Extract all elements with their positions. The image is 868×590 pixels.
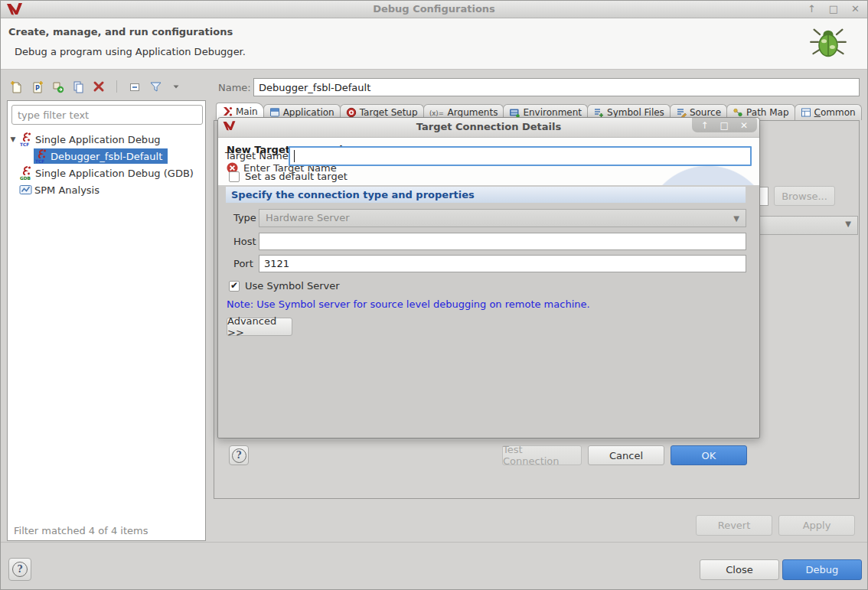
target-connection-details-dialog: Target Connection Details ↑□✕ New Target… <box>217 117 760 438</box>
tcf-debug-icon: TCF <box>34 149 48 163</box>
close-button[interactable]: ✕ <box>851 1 860 18</box>
cancel-button[interactable]: Cancel <box>588 445 664 465</box>
port-input[interactable] <box>259 255 746 272</box>
window-controls: ↑□✕ <box>808 1 860 18</box>
dialog-titlebar[interactable]: Target Connection Details ↑□✕ <box>218 118 759 138</box>
toolbar-separator <box>116 80 117 93</box>
tree-item-single-application-debug-gdb-[interactable]: GDBSingle Application Debug (GDB) <box>8 165 205 181</box>
revert-button[interactable]: Revert <box>696 515 772 536</box>
svg-text:TCF: TCF <box>35 159 44 164</box>
tab-arguments-icon: (x)= <box>429 107 445 118</box>
help-icon: ? <box>12 562 28 577</box>
section-header: Specify the connection type and properti… <box>226 187 746 203</box>
minimize-button[interactable]: ↑ <box>701 120 709 131</box>
close-button[interactable]: Close <box>700 559 779 580</box>
filter-status: Filter matched 4 of 4 items <box>14 525 148 536</box>
tab-environment-icon <box>509 107 520 118</box>
host-label: Host <box>233 236 256 247</box>
tab-label: Arguments <box>448 107 498 118</box>
tree-item-content: TCFDebugger_fsbl-Default <box>34 148 168 164</box>
tcf-debug-icon: TCF <box>19 132 33 146</box>
help-button[interactable]: ? <box>8 558 31 581</box>
tab-label: Application <box>283 107 334 118</box>
tab-target-setup-icon <box>346 107 357 118</box>
ok-button[interactable]: OK <box>671 445 747 465</box>
tree-item-label: Debugger_fsbl-Default <box>51 151 162 162</box>
tree-item-label: Single Application Debug <box>35 134 161 145</box>
tab-label: Common <box>814 107 856 118</box>
target-name-input[interactable] <box>289 146 752 166</box>
test-connection-button[interactable]: Test Connection <box>502 445 582 465</box>
close-button[interactable]: ✕ <box>740 120 748 131</box>
svg-text:TCF: TCF <box>20 142 29 147</box>
maximize-button[interactable]: □ <box>720 120 729 131</box>
new-prototype-icon: P <box>31 80 44 93</box>
svg-text:(x)=: (x)= <box>429 109 444 117</box>
name-label: Name: <box>218 82 251 93</box>
minimize-button[interactable]: ↑ <box>808 1 816 18</box>
launch-config-tree-panel: ▼TCFSingle Application DebugTCFDebugger_… <box>7 100 206 541</box>
duplicate-configuration-button[interactable] <box>70 79 86 94</box>
dialog-body: Target Name Set as default target Specif… <box>218 185 759 439</box>
menu-dropdown-button[interactable] <box>168 79 184 94</box>
window-title: Debug Configurations <box>1 3 867 15</box>
page-subtitle: Debug a program using Application Debugg… <box>15 46 246 57</box>
tree-item-spm-analysis[interactable]: SPM Analysis <box>8 181 205 198</box>
apply-button[interactable]: Apply <box>778 515 855 536</box>
tab-application-icon <box>269 107 280 118</box>
new-configuration-icon <box>10 80 23 93</box>
svg-text:GDB: GDB <box>20 176 31 181</box>
menu-dropdown-icon <box>171 82 181 91</box>
filter-input[interactable] <box>11 105 203 125</box>
type-label: Type <box>233 212 256 223</box>
tree-item-content: GDBSingle Application Debug (GDB) <box>18 165 199 181</box>
export-configurations-button[interactable] <box>50 79 65 94</box>
config-name-input[interactable] <box>253 78 860 96</box>
tree-item-content: SPM Analysis <box>18 183 105 197</box>
delete-configuration-icon <box>93 80 105 93</box>
symbol-server-checkbox[interactable] <box>229 281 240 292</box>
dialog-help-button[interactable]: ? <box>229 445 249 465</box>
delete-configuration-button[interactable] <box>91 79 106 94</box>
tab-main-icon <box>222 106 233 117</box>
symbol-server-note: Note: Use Symbol server for source level… <box>227 298 590 310</box>
new-prototype-button[interactable]: P <box>29 79 44 94</box>
tree-item-label: Single Application Debug (GDB) <box>35 168 194 179</box>
window-titlebar[interactable]: Debug Configurations ↑□✕ <box>1 1 867 18</box>
expand-arrow-icon[interactable]: ▼ <box>8 135 18 143</box>
advanced-button[interactable]: Advanced >> <box>227 318 292 336</box>
tab-label: Target Setup <box>360 107 418 118</box>
dialog-controls: ↑□✕ <box>692 118 757 132</box>
debug-bug-icon <box>809 24 847 62</box>
launch-config-tree: ▼TCFSingle Application DebugTCFDebugger_… <box>8 131 205 198</box>
dialog-footer: ? Test Connection Cancel OK <box>218 439 759 477</box>
maximize-button[interactable]: □ <box>829 1 838 18</box>
target-name-label: Target Name <box>225 150 289 161</box>
tree-item-single-application-debug[interactable]: ▼TCFSingle Application Debug <box>8 131 205 148</box>
symbol-server-checkbox-label: Use Symbol Server <box>245 280 340 292</box>
connection-type-combo[interactable]: Hardware Server ▼ <box>259 209 746 227</box>
dialog-header-band: Create, manage, and run configurations D… <box>1 18 867 70</box>
collapse-all-icon <box>129 80 142 93</box>
filter-configurations-button[interactable] <box>148 79 163 94</box>
text-caret <box>294 150 295 162</box>
symbol-server-checkbox-row: Use Symbol Server <box>229 280 340 292</box>
filter-configurations-icon <box>149 80 162 93</box>
new-configuration-button[interactable] <box>8 79 24 94</box>
default-target-checkbox-row: Set as default target <box>229 171 348 182</box>
debug-button[interactable]: Debug <box>782 559 862 580</box>
default-target-checkbox[interactable] <box>229 171 240 182</box>
tree-item-content: TCFSingle Application Debug <box>18 132 166 147</box>
browse-button[interactable]: Browse... <box>774 186 835 206</box>
host-input[interactable] <box>259 233 746 250</box>
collapse-all-button[interactable] <box>127 79 142 94</box>
connection-type-value: Hardware Server <box>266 212 350 223</box>
tree-item-debugger-fsbl-default[interactable]: TCFDebugger_fsbl-Default <box>8 148 205 165</box>
chevron-down-icon: ▼ <box>733 210 739 227</box>
bottom-separator <box>1 542 867 543</box>
svg-text:P: P <box>35 85 40 92</box>
spm-chart-icon <box>19 184 32 196</box>
page-title: Create, manage, and run configurations <box>8 26 233 37</box>
tab-label: Path Map <box>746 107 789 118</box>
tab-common[interactable]: Common <box>795 104 862 120</box>
